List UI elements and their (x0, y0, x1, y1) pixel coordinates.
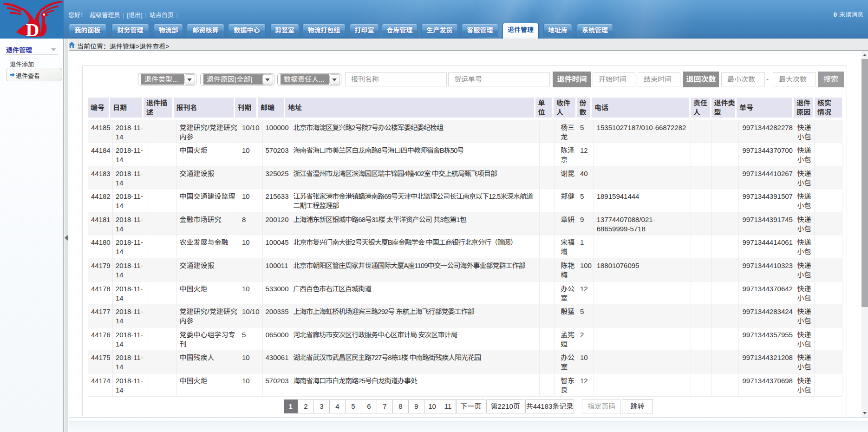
svg-text:D: D (26, 20, 39, 39)
